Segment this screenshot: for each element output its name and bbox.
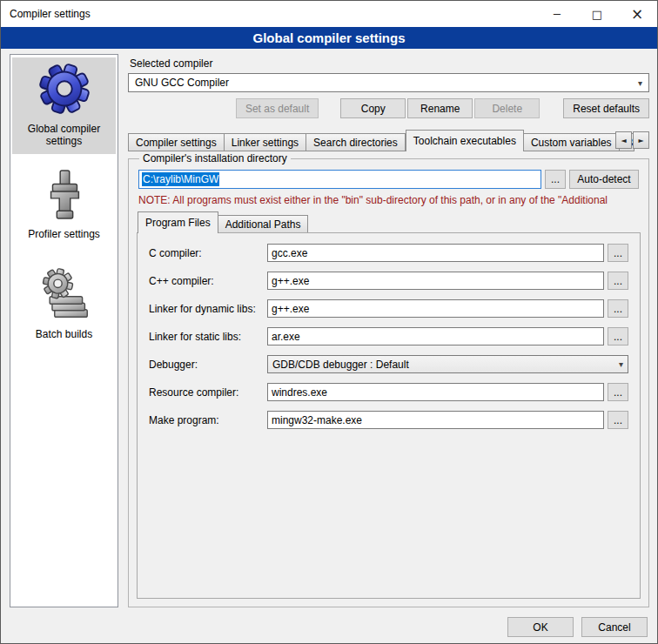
reset-defaults-button[interactable]: Reset defaults xyxy=(563,98,649,118)
compiler-actions: Set as default Copy Rename Delete Reset … xyxy=(128,98,649,118)
window-controls: ─ □ × xyxy=(537,1,657,27)
gray-gear-stack-icon xyxy=(38,267,91,321)
make-program-browse-button[interactable]: ... xyxy=(608,411,628,429)
window-title: Compiler settings xyxy=(10,8,91,20)
field-label: Linker for dynamic libs: xyxy=(149,303,267,315)
blue-gear-icon xyxy=(37,62,91,116)
sidebar-item-label: Global compiler settings xyxy=(14,123,114,147)
sidebar-item-label: Batch builds xyxy=(36,328,92,340)
sidebar-item-profiler-settings[interactable]: Profiler settings xyxy=(12,164,116,247)
program-files-panel: C compiler: ... C++ compiler: ... Linker… xyxy=(137,232,641,599)
main-panel: Selected compiler GNU GCC Compiler ▾ Set… xyxy=(128,54,649,607)
resource-compiler-browse-button[interactable]: ... xyxy=(608,383,628,401)
tab-compiler-settings[interactable]: Compiler settings xyxy=(128,133,225,151)
page-title: Global compiler settings xyxy=(1,27,657,49)
chevron-down-icon: ▾ xyxy=(619,359,623,369)
resource-compiler-input[interactable] xyxy=(267,383,604,401)
field-label: Linker for static libs: xyxy=(149,331,267,343)
auto-detect-button[interactable]: Auto-detect xyxy=(569,170,639,189)
cpp-compiler-input[interactable] xyxy=(267,272,604,290)
c-compiler-row: C compiler: ... xyxy=(149,244,628,262)
delete-button: Delete xyxy=(474,98,540,118)
field-label: C compiler: xyxy=(149,247,267,259)
tab-toolchain-executables[interactable]: Toolchain executables xyxy=(406,130,524,151)
program-files-tab-bar: Program Files Additional Paths xyxy=(137,212,641,233)
linker-static-browse-button[interactable]: ... xyxy=(608,327,628,345)
installation-directory-input[interactable]: C:\raylib\MinGW xyxy=(138,170,541,189)
selected-compiler-label: Selected compiler xyxy=(130,57,649,70)
field-label: Resource compiler: xyxy=(149,386,267,399)
resource-compiler-row: Resource compiler: ... xyxy=(149,383,628,401)
copy-button[interactable]: Copy xyxy=(340,98,406,118)
c-compiler-input[interactable] xyxy=(267,244,604,262)
cpp-compiler-browse-button[interactable]: ... xyxy=(608,272,628,290)
minimize-icon: ─ xyxy=(554,8,561,21)
compiler-select-value: GNU GCC Compiler xyxy=(135,77,229,89)
linker-dynamic-row: Linker for dynamic libs: ... xyxy=(149,299,628,318)
sidebar-item-global-compiler-settings[interactable]: Global compiler settings xyxy=(12,57,116,154)
tab-scroll-controls: ◄ ► xyxy=(614,131,649,149)
c-compiler-browse-button[interactable]: ... xyxy=(608,244,628,262)
installation-directory-group-label: Compiler's installation directory xyxy=(139,152,291,164)
installation-directory-row: C:\raylib\MinGW ... Auto-detect xyxy=(138,170,639,189)
installation-directory-browse-button[interactable]: ... xyxy=(545,170,566,189)
chevron-down-icon: ▾ xyxy=(638,78,642,88)
tab-program-files[interactable]: Program Files xyxy=(138,211,218,233)
cancel-button[interactable]: Cancel xyxy=(581,617,648,637)
dialog-footer: OK Cancel xyxy=(1,611,657,643)
make-program-input[interactable] xyxy=(267,411,604,429)
tab-scroll-left-button[interactable]: ◄ xyxy=(615,131,632,149)
debugger-select-value: GDB/CDB debugger : Default xyxy=(272,359,409,371)
installation-directory-value: C:\raylib\MinGW xyxy=(142,172,219,186)
sidebar-item-label: Profiler settings xyxy=(28,228,100,240)
tab-scroll-right-button[interactable]: ► xyxy=(633,131,649,149)
make-program-row: Make program: ... xyxy=(149,411,628,429)
set-as-default-button: Set as default xyxy=(236,98,319,118)
title-bar: Compiler settings ─ □ × xyxy=(1,1,657,27)
minimize-button[interactable]: ─ xyxy=(537,1,577,27)
linker-dynamic-browse-button[interactable]: ... xyxy=(608,299,628,318)
debugger-row: Debugger: GDB/CDB debugger : Default ▾ xyxy=(149,355,628,373)
installation-directory-group: Compiler's installation directory C:\ray… xyxy=(128,152,649,607)
field-label: Debugger: xyxy=(149,359,267,371)
maximize-button[interactable]: □ xyxy=(577,1,617,27)
tab-linker-settings[interactable]: Linker settings xyxy=(225,133,306,151)
tab-additional-paths[interactable]: Additional Paths xyxy=(218,215,309,233)
profiler-tool-icon xyxy=(40,169,89,221)
settings-sidebar: Global compiler settings xyxy=(10,54,118,607)
tab-custom-variables[interactable]: Custom variables xyxy=(524,133,620,151)
dialog-body: Global compiler settings xyxy=(1,49,657,611)
compiler-settings-dialog: Compiler settings ─ □ × Global compiler … xyxy=(0,0,658,644)
compiler-select[interactable]: GNU GCC Compiler ▾ xyxy=(128,73,649,92)
bin-subdirectory-note: NOTE: All programs must exist either in … xyxy=(138,194,639,206)
tab-search-directories[interactable]: Search directories xyxy=(306,133,406,151)
debugger-select[interactable]: GDB/CDB debugger : Default ▾ xyxy=(267,355,628,373)
settings-tab-bar: Compiler settings Linker settings Search… xyxy=(128,130,649,151)
field-label: Make program: xyxy=(149,414,267,426)
linker-static-row: Linker for static libs: ... xyxy=(149,327,628,345)
linker-static-input[interactable] xyxy=(267,327,604,345)
close-icon: × xyxy=(631,5,643,23)
sidebar-item-batch-builds[interactable]: Batch builds xyxy=(12,263,116,347)
cpp-compiler-row: C++ compiler: ... xyxy=(149,272,628,290)
linker-dynamic-input[interactable] xyxy=(267,299,604,318)
arrow-left-icon: ◄ xyxy=(621,137,626,144)
ok-button[interactable]: OK xyxy=(507,617,574,637)
arrow-right-icon: ► xyxy=(638,137,643,144)
close-button[interactable]: × xyxy=(617,1,657,27)
rename-button[interactable]: Rename xyxy=(407,98,473,118)
field-label: C++ compiler: xyxy=(149,275,267,287)
maximize-icon: □ xyxy=(592,8,602,21)
